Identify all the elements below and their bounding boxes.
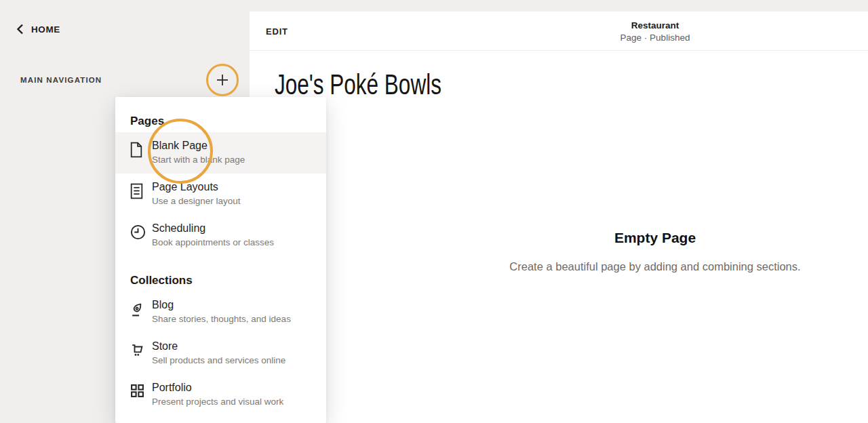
site-title[interactable]: Joe's Poké Bowls bbox=[275, 68, 441, 101]
menu-item-title: Blank Page bbox=[152, 140, 245, 152]
menu-section-collections: Collections bbox=[130, 274, 326, 287]
add-page-menu: Pages Blank Page Start with a blank page… bbox=[115, 97, 326, 423]
plus-icon bbox=[215, 73, 230, 87]
home-label: HOME bbox=[31, 24, 60, 35]
menu-item-blog[interactable]: Blog Share stories, thoughts, and ideas bbox=[115, 291, 326, 333]
scheduling-icon bbox=[130, 222, 152, 240]
empty-page-title: Empty Page bbox=[438, 230, 868, 246]
page-status: Page · Published bbox=[620, 32, 690, 42]
menu-item-blank-page[interactable]: Blank Page Start with a blank page bbox=[115, 132, 326, 174]
menu-item-title: Store bbox=[152, 340, 285, 352]
menu-item-title: Page Layouts bbox=[152, 181, 241, 193]
main-navigation-label: MAIN NAVIGATION bbox=[20, 76, 102, 84]
chevron-left-icon bbox=[16, 24, 24, 35]
menu-item-subtitle: Use a designer layout bbox=[152, 196, 241, 206]
menu-item-subtitle: Book appointments or classes bbox=[152, 237, 274, 247]
empty-page-placeholder: Empty Page Create a beautiful page by ad… bbox=[438, 230, 868, 273]
blog-icon bbox=[130, 299, 152, 317]
editor-panel: EDIT Restaurant Page · Published Joe's P… bbox=[250, 12, 868, 423]
add-page-button[interactable] bbox=[209, 66, 236, 94]
menu-item-scheduling[interactable]: Scheduling Book appointments or classes bbox=[115, 215, 326, 256]
blank-page-icon bbox=[130, 140, 152, 158]
home-back-button[interactable]: HOME bbox=[16, 24, 60, 35]
menu-item-subtitle: Present projects and visual work bbox=[152, 397, 283, 407]
menu-item-title: Portfolio bbox=[152, 382, 283, 394]
menu-item-title: Scheduling bbox=[152, 222, 274, 235]
menu-item-store[interactable]: Store Sell products and services online bbox=[115, 333, 326, 374]
page-info: Restaurant Page · Published bbox=[620, 20, 690, 42]
portfolio-icon bbox=[130, 382, 152, 398]
edit-mode-label: EDIT bbox=[266, 26, 288, 36]
page-layouts-icon bbox=[130, 181, 152, 199]
menu-item-subtitle: Share stories, thoughts, and ideas bbox=[152, 314, 291, 324]
menu-item-portfolio[interactable]: Portfolio Present projects and visual wo… bbox=[115, 374, 326, 416]
page-title: Restaurant bbox=[620, 20, 690, 30]
menu-item-title: Blog bbox=[152, 299, 291, 311]
menu-item-subtitle: Start with a blank page bbox=[152, 155, 245, 165]
store-icon bbox=[130, 340, 152, 358]
empty-page-subtitle: Create a beautiful page by adding and co… bbox=[438, 260, 868, 273]
editor-header: EDIT Restaurant Page · Published bbox=[250, 12, 868, 51]
menu-section-pages: Pages bbox=[130, 115, 326, 128]
menu-item-subtitle: Sell products and services online bbox=[152, 355, 285, 365]
menu-item-page-layouts[interactable]: Page Layouts Use a designer layout bbox=[115, 174, 326, 215]
